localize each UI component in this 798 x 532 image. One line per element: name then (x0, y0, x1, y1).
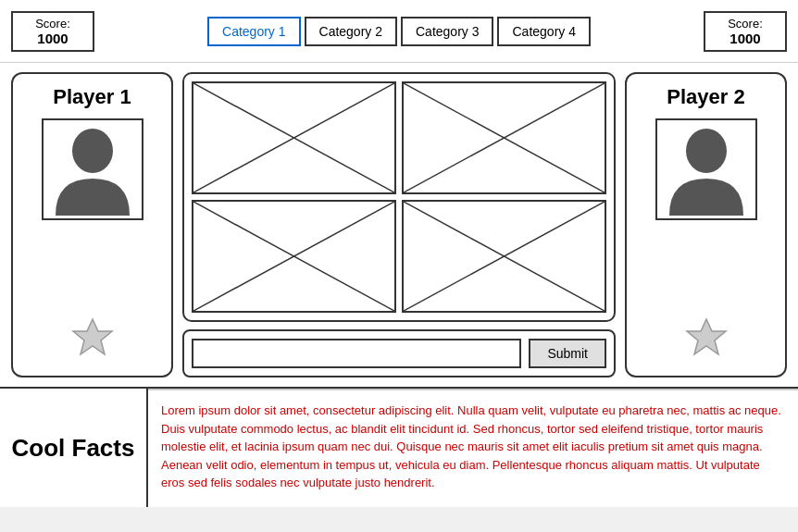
main-area: Player 1 (0, 63, 798, 387)
category-btn-2[interactable]: Category 2 (305, 17, 397, 46)
svg-point-10 (686, 129, 727, 173)
score-right: Score: 1000 (704, 11, 787, 52)
answer-input[interactable] (192, 339, 521, 368)
player2-name: Player 2 (667, 85, 744, 109)
player1-avatar (42, 118, 143, 220)
score-right-label: Score: (720, 17, 770, 31)
score-left-value: 1000 (28, 31, 78, 46)
player2-star-icon (683, 315, 729, 365)
image-placeholder-4 (402, 200, 606, 313)
player1-star-icon (69, 315, 116, 365)
player2-card: Player 2 (625, 72, 787, 377)
score-left-label: Score: (28, 17, 78, 31)
image-grid-container (182, 72, 616, 322)
image-placeholder-1 (192, 81, 396, 194)
facts-content: Lorem ipsum dolor sit amet, consectetur … (161, 403, 781, 489)
score-right-value: 1000 (720, 31, 770, 46)
center-panel: Submit (182, 72, 616, 377)
svg-point-0 (72, 129, 113, 173)
svg-marker-1 (73, 319, 112, 354)
player2-avatar (655, 118, 757, 220)
facts-title: Cool Facts (0, 389, 148, 507)
player1-name: Player 1 (53, 85, 131, 109)
category-btn-4[interactable]: Category 4 (497, 17, 590, 46)
image-grid (192, 81, 606, 313)
facts-text: Lorem ipsum dolor sit amet, consectetur … (148, 389, 798, 507)
top-bar: Score: 1000 Category 1 Category 2 Catego… (0, 0, 798, 63)
input-row: Submit (182, 329, 616, 377)
player2-silhouette-icon (665, 123, 748, 216)
svg-marker-11 (687, 319, 726, 354)
image-placeholder-3 (192, 200, 396, 313)
submit-button[interactable]: Submit (529, 339, 606, 368)
player1-silhouette-icon (51, 123, 134, 216)
category-btn-3[interactable]: Category 3 (401, 17, 493, 46)
category-tabs: Category 1 Category 2 Category 3 Categor… (207, 17, 591, 46)
player1-card: Player 1 (11, 72, 173, 377)
category-btn-1[interactable]: Category 1 (207, 17, 300, 46)
score-left: Score: 1000 (11, 11, 94, 52)
facts-bar: Cool Facts Lorem ipsum dolor sit amet, c… (0, 387, 798, 507)
image-placeholder-2 (402, 81, 606, 194)
